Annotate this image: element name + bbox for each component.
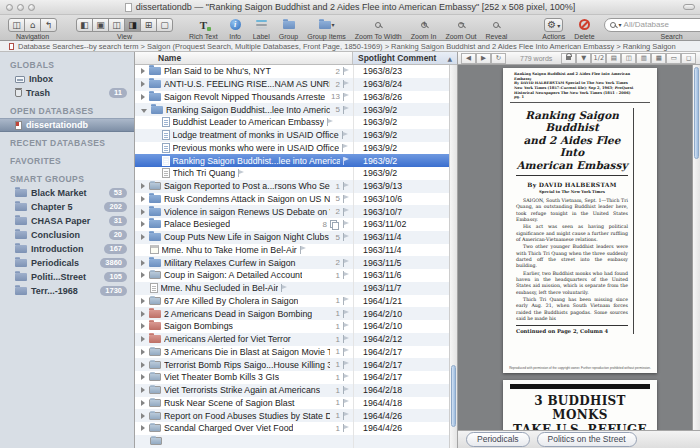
table-row[interactable]: Thich Tri Quang1963/9/2: [135, 167, 457, 180]
zoom-width-button[interactable]: [370, 18, 387, 32]
table-row[interactable]: Previous monks who were in USAID Office1…: [135, 142, 457, 155]
table-row[interactable]: Mme. Nhu to Take Home in Bel-Air1963/11/…: [135, 244, 457, 257]
group-folder-button[interactable]: [280, 18, 297, 32]
sidebar-item-introduction[interactable]: Introduction167: [0, 242, 134, 256]
close-window-icon[interactable]: [6, 4, 13, 11]
table-row[interactable]: Report on Food Abuses Studies by State D…: [135, 409, 457, 422]
preview-scrollbar[interactable]: [692, 65, 700, 430]
search-scope-caret[interactable]: ▾: [619, 21, 622, 28]
view-split-2-button[interactable]: ▣: [92, 18, 109, 32]
table-row[interactable]: 3 Americans Die in Blast at Saigon Movie…: [135, 346, 457, 359]
disclosure-triangle-icon[interactable]: [141, 374, 145, 380]
list-scrollbar[interactable]: [449, 65, 457, 448]
sidebar-item-black-market[interactable]: Black Market53: [0, 186, 134, 200]
capsule-button[interactable]: ◻: [681, 53, 696, 64]
table-row[interactable]: Terrorist Bomb Rips Saigo...House Killin…: [135, 358, 457, 371]
page-button[interactable]: ▤: [606, 53, 621, 64]
table-row[interactable]: Violence in saigon Renews US Debate on V…: [135, 205, 457, 218]
table-row[interactable]: Viet Terrorists Strike Again at American…: [135, 384, 457, 397]
archive-button[interactable]: ▭: [666, 53, 681, 64]
refresh-button[interactable]: ↻: [491, 53, 506, 64]
sidebar-item-periodicals[interactable]: Periodicals3860: [0, 256, 134, 270]
minimize-window-icon[interactable]: [17, 4, 24, 11]
table-row[interactable]: Americans Alerted for Viet Terror11964/2…: [135, 333, 457, 346]
back-button[interactable]: ◀: [461, 53, 476, 64]
actions-gear-button[interactable]: ⚙▾: [544, 18, 563, 32]
disclosure-triangle-icon[interactable]: [141, 413, 145, 419]
view-split-5-button[interactable]: ⊞: [140, 18, 157, 32]
document-page-1[interactable]: Ranking Saigon Buddhist and 2 Aides Flee…: [503, 68, 657, 373]
disclosure-triangle-icon[interactable]: [141, 400, 145, 406]
reveal-button[interactable]: [488, 18, 505, 32]
disclosure-triangle-icon[interactable]: [141, 387, 145, 393]
table-row[interactable]: Plan Said to be Nhu's, NYT21963/8/23: [135, 65, 457, 78]
table-row[interactable]: Rusk Condemns Attack in Saigon on US New…: [135, 193, 457, 206]
disclosure-triangle-icon[interactable]: [141, 311, 145, 317]
tag-pill[interactable]: Politics on the Street: [537, 432, 637, 447]
table-row[interactable]: Buddhist Leader to American Embassy1963/…: [135, 116, 457, 129]
disclosure-triangle-icon[interactable]: [141, 323, 145, 329]
window-controls[interactable]: [6, 4, 35, 11]
table-row[interactable]: [135, 435, 457, 448]
disclosure-triangle-icon[interactable]: [141, 209, 145, 215]
disclosure-triangle-icon[interactable]: [141, 298, 145, 304]
sidebar-item-terr-1968[interactable]: Terr...-19681730: [0, 284, 134, 298]
table-row[interactable]: Military Relaxes Curfew in Saigon21963/1…: [135, 256, 457, 269]
table-row[interactable]: Scandal Charged Over Viet Food11964/4/26: [135, 422, 457, 435]
column-header-spotlight-comment[interactable]: Spotlight Comment ▲: [353, 52, 457, 64]
disclosure-triangle-icon[interactable]: [141, 196, 145, 202]
sidebar-item-conclusion[interactable]: Conclusion20: [0, 228, 134, 242]
column-header-name[interactable]: Name: [135, 52, 353, 64]
disclosure-triangle-icon[interactable]: [141, 272, 145, 278]
disclosure-triangle-icon[interactable]: [141, 260, 145, 266]
sidebar-item-inbox[interactable]: Inbox: [0, 72, 134, 86]
tag-pill[interactable]: Periodicals: [466, 432, 530, 447]
breadcrumb[interactable]: Database Searches--by search term > Saig…: [0, 41, 700, 52]
disclosure-triangle-icon[interactable]: [141, 349, 145, 355]
table-row[interactable]: Lodge treatment of monks in USAID Office…: [135, 129, 457, 142]
sidebar-item-chapter-5[interactable]: Chapter 5202: [0, 200, 134, 214]
group-items-button[interactable]: ▾: [317, 18, 337, 32]
home-button[interactable]: ⌂: [24, 18, 41, 32]
disclosure-triangle-icon[interactable]: [141, 234, 145, 240]
search-input[interactable]: ▾All/Database: [604, 18, 700, 32]
zoom-in-button[interactable]: +: [415, 18, 432, 32]
disclosure-triangle-icon[interactable]: [141, 183, 145, 189]
disclosure-triangle-icon[interactable]: [141, 336, 145, 342]
forward-button[interactable]: ▶: [476, 53, 491, 64]
table-row[interactable]: Saigon Bombings11964/2/10: [135, 320, 457, 333]
list-scrollbar-thumb[interactable]: [451, 365, 456, 427]
view-split-4-button[interactable]: ◨: [124, 18, 141, 32]
table-row[interactable]: Coup Puts New Life in Saigon Night Clubs…: [135, 231, 457, 244]
toolbar-toggle-button[interactable]: [683, 4, 695, 10]
disclosure-triangle-icon[interactable]: [141, 68, 145, 74]
table-row[interactable]: Saigon Revolt Nipped Thousands Arrested1…: [135, 91, 457, 104]
disclosure-triangle-icon[interactable]: [141, 362, 145, 368]
page-indicator[interactable]: 1/2: [591, 53, 606, 64]
disclosure-triangle-icon[interactable]: [141, 425, 145, 431]
table-row[interactable]: Rusk Near Scene of Sagion Blast11964/4/1…: [135, 397, 457, 410]
table-row[interactable]: ANTI-U.S. FEELING RISE...NAM AS UNREST G…: [135, 78, 457, 91]
table-row[interactable]: Saigon Reported to Post a...rsons Who Se…: [135, 180, 457, 193]
columns-button[interactable]: ◫: [621, 53, 636, 64]
zoom-out-button[interactable]: −: [453, 18, 470, 32]
delete-button[interactable]: [576, 18, 593, 32]
rich-text-button[interactable]: T: [195, 18, 212, 32]
trash-button[interactable]: ▦: [651, 53, 666, 64]
disclosure-triangle-icon[interactable]: [141, 221, 145, 227]
back-arrow-button[interactable]: ↰: [40, 18, 57, 32]
preview-scrollbar-thumb[interactable]: [694, 67, 699, 159]
panes-button[interactable]: ◫: [8, 18, 25, 32]
label-button[interactable]: [253, 18, 270, 32]
info-button[interactable]: i: [227, 18, 244, 32]
book-button[interactable]: ▥: [636, 53, 651, 64]
table-row[interactable]: Palace Besieged81963/11/02: [135, 218, 457, 231]
table-row[interactable]: 67 Are Killed By Cholera in Saigon11964/…: [135, 295, 457, 308]
view-split-3-button[interactable]: ◫: [108, 18, 125, 32]
view-split-1-button[interactable]: ◧: [76, 18, 93, 32]
table-row[interactable]: 2 Americans Dead in Saigon Bombing11964/…: [135, 307, 457, 320]
sidebar-item-chasa-paper[interactable]: CHASA Paper31: [0, 214, 134, 228]
document-proxy-icon[interactable]: [125, 3, 132, 12]
table-row[interactable]: Mme. Nhu Secluded in Bel-Air1963/11/7: [135, 282, 457, 295]
sidebar-item-trash[interactable]: Trash11: [0, 86, 134, 100]
